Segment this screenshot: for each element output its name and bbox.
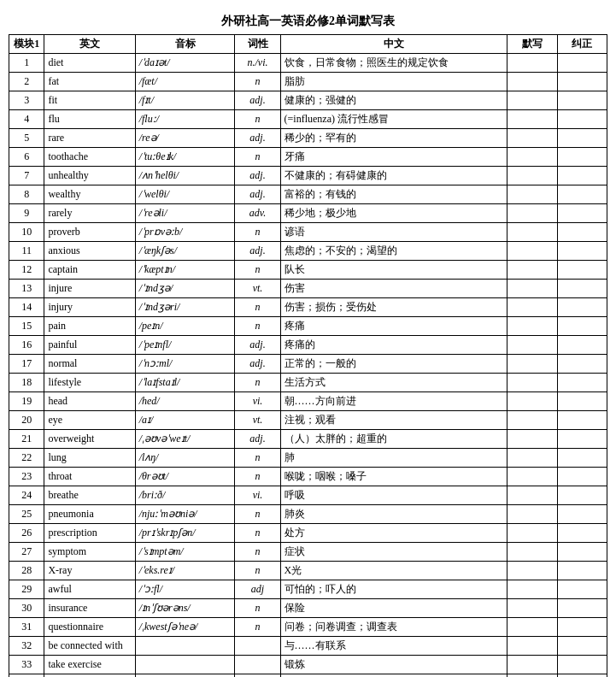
- col-header-meaning: 中文: [280, 35, 507, 54]
- cell-dictation[interactable]: [507, 486, 557, 505]
- cell-dictation[interactable]: [507, 580, 557, 599]
- cell-num: 26: [9, 524, 44, 543]
- cell-correction[interactable]: [557, 185, 607, 204]
- cell-correction[interactable]: [557, 73, 607, 91]
- cell-correction[interactable]: [557, 167, 607, 185]
- cell-correction[interactable]: [557, 261, 607, 280]
- cell-dictation[interactable]: [507, 637, 557, 656]
- cell-correction[interactable]: [557, 524, 607, 543]
- cell-correction[interactable]: [557, 468, 607, 486]
- cell-phonetic: /ˈæŋkʃəs/: [135, 242, 235, 261]
- cell-correction[interactable]: [557, 505, 607, 524]
- cell-dictation[interactable]: [507, 392, 557, 411]
- cell-dictation[interactable]: [507, 185, 557, 204]
- cell-correction[interactable]: [557, 637, 607, 656]
- cell-dictation[interactable]: [507, 618, 557, 637]
- cell-correction[interactable]: [557, 280, 607, 298]
- table-row: 2fat/fæt/n脂肪: [9, 73, 607, 91]
- cell-num: 3: [9, 91, 44, 110]
- cell-dictation[interactable]: [507, 54, 557, 73]
- cell-correction[interactable]: [557, 486, 607, 505]
- cell-dictation[interactable]: [507, 355, 557, 374]
- cell-dictation[interactable]: [507, 110, 557, 129]
- cell-correction[interactable]: [557, 562, 607, 580]
- cell-meaning: 疼痛的: [280, 336, 507, 355]
- cell-correction[interactable]: [557, 223, 607, 242]
- cell-dictation[interactable]: [507, 543, 557, 562]
- table-row: 6toothache/ˈtuːθeɪk/n牙痛: [9, 148, 607, 167]
- table-row: 8wealthy/ˈwelθi/adj.富裕的；有钱的: [9, 185, 607, 204]
- cell-dictation[interactable]: [507, 242, 557, 261]
- cell-meaning: (=influenza) 流行性感冒: [280, 110, 507, 129]
- cell-num: 11: [9, 242, 44, 261]
- cell-dictation[interactable]: [507, 505, 557, 524]
- cell-meaning: 肺: [280, 449, 507, 468]
- cell-correction[interactable]: [557, 599, 607, 618]
- cell-pos: n: [235, 73, 280, 91]
- cell-num: 8: [9, 185, 44, 204]
- cell-correction[interactable]: [557, 54, 607, 73]
- cell-dictation[interactable]: [507, 411, 557, 430]
- cell-correction[interactable]: [557, 91, 607, 110]
- cell-phonetic: /njuːˈməʊniə/: [135, 505, 235, 524]
- cell-phonetic: /ˌəʊvəˈweɪt/: [135, 430, 235, 449]
- cell-correction[interactable]: [557, 317, 607, 336]
- cell-word: overweight: [44, 430, 135, 449]
- cell-correction[interactable]: [557, 392, 607, 411]
- cell-dictation[interactable]: [507, 430, 557, 449]
- cell-dictation[interactable]: [507, 317, 557, 336]
- cell-correction[interactable]: [557, 204, 607, 223]
- cell-correction[interactable]: [557, 618, 607, 637]
- cell-correction[interactable]: [557, 355, 607, 374]
- cell-correction[interactable]: [557, 656, 607, 674]
- cell-correction[interactable]: [557, 430, 607, 449]
- cell-correction[interactable]: [557, 580, 607, 599]
- cell-dictation[interactable]: [507, 91, 557, 110]
- cell-phonetic: /ˈɪndʒə/: [135, 280, 235, 298]
- cell-correction[interactable]: [557, 298, 607, 317]
- cell-correction[interactable]: [557, 148, 607, 167]
- cell-dictation[interactable]: [507, 298, 557, 317]
- cell-dictation[interactable]: [507, 674, 557, 678]
- cell-dictation[interactable]: [507, 599, 557, 618]
- cell-dictation[interactable]: [507, 148, 557, 167]
- cell-dictation[interactable]: [507, 562, 557, 580]
- cell-correction[interactable]: [557, 336, 607, 355]
- cell-dictation[interactable]: [507, 129, 557, 148]
- cell-correction[interactable]: [557, 374, 607, 392]
- cell-dictation[interactable]: [507, 167, 557, 185]
- cell-phonetic: /ˈɔːfl/: [135, 580, 235, 599]
- cell-dictation[interactable]: [507, 524, 557, 543]
- col-header-num: 模块1: [9, 35, 44, 54]
- cell-dictation[interactable]: [507, 73, 557, 91]
- cell-correction[interactable]: [557, 129, 607, 148]
- cell-meaning: 伤害: [280, 280, 507, 298]
- cell-word: symptom: [44, 543, 135, 562]
- cell-pos: adj.: [235, 430, 280, 449]
- cell-correction[interactable]: [557, 674, 607, 678]
- cell-dictation[interactable]: [507, 261, 557, 280]
- cell-dictation[interactable]: [507, 204, 557, 223]
- cell-dictation[interactable]: [507, 374, 557, 392]
- cell-correction[interactable]: [557, 411, 607, 430]
- cell-word: breathe: [44, 486, 135, 505]
- cell-phonetic: /ˈɪndʒəri/: [135, 298, 235, 317]
- cell-dictation[interactable]: [507, 223, 557, 242]
- cell-dictation[interactable]: [507, 280, 557, 298]
- cell-correction[interactable]: [557, 242, 607, 261]
- cell-dictation[interactable]: [507, 449, 557, 468]
- cell-correction[interactable]: [557, 543, 607, 562]
- cell-dictation[interactable]: [507, 336, 557, 355]
- cell-pos: n: [235, 110, 280, 129]
- cell-correction[interactable]: [557, 449, 607, 468]
- cell-meaning: 队长: [280, 261, 507, 280]
- cell-phonetic: /ˈlaɪfstaɪl/: [135, 374, 235, 392]
- cell-meaning: 正常的；一般的: [280, 355, 507, 374]
- cell-dictation[interactable]: [507, 468, 557, 486]
- cell-meaning: 朝……方向前进: [280, 392, 507, 411]
- cell-dictation[interactable]: [507, 656, 557, 674]
- table-row: 32be connected with与……有联系: [9, 637, 607, 656]
- cell-correction[interactable]: [557, 110, 607, 129]
- cell-meaning: X光: [280, 562, 507, 580]
- cell-word: throat: [44, 468, 135, 486]
